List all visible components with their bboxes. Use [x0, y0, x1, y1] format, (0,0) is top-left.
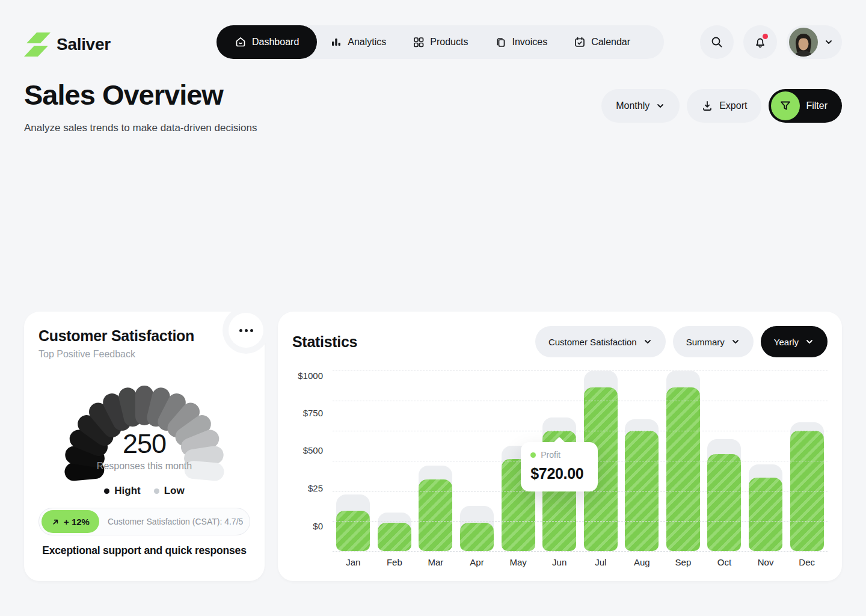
notifications-button[interactable]: [743, 25, 777, 59]
app-logo: Saliver: [24, 31, 111, 58]
satisfaction-footnote: Exceptional support and quick responses: [38, 544, 250, 557]
bar-value: [749, 478, 782, 551]
gridline: [333, 521, 828, 522]
chevron-down-icon: [643, 337, 653, 346]
filter-icon-circle: [771, 91, 800, 120]
filter-button[interactable]: Filter: [769, 89, 842, 123]
search-button[interactable]: [700, 25, 734, 59]
search-icon: [710, 35, 723, 49]
chart-plot-area: Profit $720.00: [333, 371, 828, 551]
y-axis-label: $1000: [298, 371, 323, 381]
x-axis-label: Dec: [786, 557, 828, 567]
calendar-icon: [574, 36, 586, 48]
gridline: [333, 551, 828, 552]
tooltip-value: $720.00: [530, 465, 588, 482]
tooltip-series-dot: [530, 452, 536, 458]
range-dropdown[interactable]: Yearly: [761, 326, 828, 357]
x-axis-label: Feb: [374, 557, 416, 567]
legend-low: Low: [154, 485, 185, 497]
app-name: Saliver: [57, 35, 111, 54]
avatar: [789, 28, 818, 57]
account-menu[interactable]: [787, 25, 842, 59]
x-axis-label: Jul: [580, 557, 621, 567]
x-axis-label: Jun: [539, 557, 580, 567]
topbar-actions: [700, 25, 842, 59]
chevron-down-icon: [824, 37, 834, 47]
nav-item-label: Products: [430, 37, 468, 48]
card-menu-button[interactable]: [229, 313, 263, 348]
satisfaction-card-title: Customer Satisfaction: [38, 327, 250, 345]
page-controls: Monthly Export Filter: [601, 89, 842, 123]
main-nav: Dashboard Analytics Products Invoices: [216, 25, 664, 59]
notification-dot: [763, 34, 768, 39]
range-dropdown-value: Yearly: [774, 337, 799, 347]
x-axis-label: Nov: [745, 557, 787, 567]
x-axis-label: Sep: [663, 557, 704, 567]
nav-item-label: Analytics: [348, 37, 386, 48]
view-dropdown[interactable]: Summary: [673, 326, 754, 357]
legend-high-label: Hight: [114, 485, 140, 497]
period-dropdown[interactable]: Monthly: [601, 89, 680, 123]
delta-value: + 12%: [64, 517, 90, 527]
gridline: [333, 371, 828, 371]
gauge-segment: [127, 396, 132, 417]
chevron-down-icon: [805, 337, 814, 346]
nav-item-dashboard[interactable]: Dashboard: [216, 25, 317, 59]
chevron-down-icon: [656, 101, 665, 111]
view-dropdown-value: Summary: [686, 337, 725, 347]
nav-item-analytics[interactable]: Analytics: [317, 25, 399, 59]
gauge-segment: [112, 402, 121, 422]
y-axis-label: $0: [313, 521, 323, 531]
statistics-card-title: Statistics: [292, 333, 357, 351]
metric-dropdown[interactable]: Customer Satisfaction: [535, 326, 666, 357]
statistics-card: Statistics Customer Satisfaction Summary…: [278, 312, 842, 581]
profit-bar-chart: $1000$750$500$25$0 Profit $720.00 JanFeb…: [292, 371, 828, 567]
bar-value: [666, 387, 700, 551]
nav-item-products[interactable]: Products: [399, 25, 481, 59]
bar-value: [707, 454, 741, 551]
gauge-caption: Responses this month: [51, 461, 238, 472]
nav-item-calendar[interactable]: Calendar: [560, 25, 643, 59]
x-axis-label: Apr: [456, 557, 498, 567]
x-axis-label: Aug: [621, 557, 663, 567]
nav-item-label: Calendar: [591, 37, 630, 48]
legend-low-label: Low: [164, 485, 185, 497]
bar-value: [460, 523, 494, 551]
page-subtitle: Analyze sales trends to make data-driven…: [24, 122, 257, 134]
export-button[interactable]: Export: [687, 89, 761, 123]
y-axis: $1000$750$500$25$0: [292, 371, 333, 551]
x-axis: JanFebMarAprMayJunJulAugSepOctNovDec: [333, 557, 828, 567]
nav-item-invoices[interactable]: Invoices: [481, 25, 560, 59]
legend-low-dot: [154, 488, 159, 494]
documents-icon: [494, 36, 506, 48]
satisfaction-card-subtitle: Top Positive Feedback: [38, 349, 250, 360]
x-axis-label: Mar: [415, 557, 456, 567]
csat-stat-pill: + 12% Customer Satisfaction (CSAT): 4.7/…: [38, 508, 250, 535]
customer-satisfaction-card: Customer Satisfaction Top Positive Feedb…: [24, 312, 265, 581]
nav-item-label: Dashboard: [252, 37, 299, 48]
nav-item-label: Invoices: [512, 37, 547, 48]
chevron-down-icon: [731, 337, 740, 346]
filter-button-label: Filter: [806, 100, 828, 111]
legend-high-dot: [104, 488, 109, 494]
gauge-value: 250: [51, 428, 238, 460]
bar-value: [419, 479, 452, 551]
metric-dropdown-value: Customer Satisfaction: [548, 337, 637, 347]
legend-high: Hight: [104, 485, 140, 497]
gauge-legend: Hight Low: [38, 485, 250, 497]
delta-badge: + 12%: [41, 510, 99, 533]
chart-tooltip: Profit $720.00: [521, 442, 598, 491]
tooltip-series-label: Profit: [541, 450, 560, 460]
x-axis-label: Jan: [333, 557, 374, 567]
funnel-icon: [779, 99, 792, 112]
x-axis-label: Oct: [704, 557, 745, 567]
satisfaction-gauge: 250 Responses this month: [51, 375, 238, 482]
gridline: [333, 401, 828, 401]
page-title: Sales Overview: [24, 78, 223, 111]
grid-icon: [413, 36, 425, 48]
bar-value: [378, 523, 411, 551]
gridline: [333, 431, 828, 431]
export-button-label: Export: [719, 100, 747, 111]
csat-description: Customer Satisfaction (CSAT): 4.7/5: [108, 517, 243, 526]
bar-value: [336, 511, 370, 551]
